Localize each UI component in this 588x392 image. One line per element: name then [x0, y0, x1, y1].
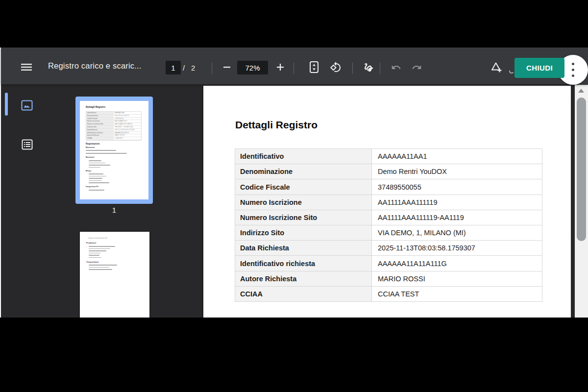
row-value: AA1111AAA111119-AA1119 — [372, 210, 542, 225]
thumb1-bullet — [89, 173, 103, 174]
pdf-toolbar: Registro carico e scaric... 1 / 2 72% — [1, 48, 588, 84]
minus-icon — [223, 63, 231, 73]
fit-to-page-button[interactable] — [305, 59, 323, 77]
zoom-in-button[interactable] — [271, 59, 289, 77]
thumb1-subsection: Movimenti — [86, 156, 94, 158]
table-row: Indirizzo SitoVIA DEMO, 1, MILANO (MI) — [235, 225, 542, 240]
zoom-level-input[interactable]: 72% — [237, 61, 268, 74]
thumbnail-page-1-preview: Dettagli Registro IdentificativoAAAAAA11… — [80, 101, 148, 199]
redo-icon — [412, 62, 422, 74]
undo-icon — [391, 62, 401, 74]
close-button[interactable]: CHIUDI — [514, 58, 564, 78]
thumbnail-page-2[interactable]: Trasporto transfrontaliero: NO Produttor… — [80, 232, 149, 318]
row-value: MARIO ROSSI — [372, 271, 542, 286]
row-label: Numero Iscrizione Sito — [235, 210, 372, 225]
row-label: Numero Iscrizione — [235, 195, 372, 210]
page-count-total: 2 — [191, 61, 195, 74]
ink-squiggle-icon — [363, 62, 374, 75]
toolbar-divider — [294, 63, 294, 74]
scrollbar-thumb[interactable] — [577, 98, 586, 241]
row-label: Autore Richiesta — [235, 271, 372, 286]
kebab-menu-icon — [572, 63, 574, 65]
fit-page-icon — [309, 61, 319, 75]
table-row: Numero Iscrizione SitoAA1111AAA111119-AA… — [235, 210, 542, 225]
document-title: Registro carico e scaric... — [48, 48, 142, 84]
thumb2-bullet — [89, 253, 100, 254]
row-label: Data Richiesta — [235, 241, 372, 255]
table-row: CCIAACCIAA TEST — [235, 286, 542, 301]
row-label: CCIAA — [235, 287, 372, 301]
thumb1-bullet — [89, 190, 104, 191]
document-outline-icon — [22, 139, 33, 152]
thumb1-section: Registrazioni — [86, 143, 99, 145]
plus-icon — [276, 63, 284, 73]
row-label: Identificativo richiesta — [235, 256, 372, 270]
thumbnail-page-1-number: 1 — [75, 206, 153, 214]
thumb1-subsection: Integrazione Fir — [86, 186, 98, 188]
thumb1-mini-table: IdentificativoAAAAAA11AA1DenominazioneDe… — [86, 111, 142, 141]
row-label: Indirizzo Sito — [235, 225, 372, 240]
row-value: AA1111AAA111119 — [372, 195, 542, 210]
thumb1-textline — [86, 153, 127, 154]
zoom-out-button[interactable] — [218, 59, 236, 77]
table-row: Data Richiesta2025-11-13T08:03:58.175930… — [235, 240, 542, 255]
thumb1-bullet — [89, 182, 109, 183]
thumb1-bullet — [89, 176, 106, 177]
thumb1-bullet — [89, 160, 101, 161]
add-to-drive-button[interactable] — [487, 59, 505, 77]
thumb1-bullet — [89, 165, 110, 166]
thumb2-bullet — [89, 250, 106, 251]
row-label: Denominazione — [235, 164, 372, 179]
add-to-drive-icon — [489, 60, 503, 76]
thumbnails-icon — [21, 100, 33, 113]
pdf-page: Dettagli Registro IdentificativoAAAAAA11… — [202, 86, 571, 318]
table-row: Codice Fiscale37489550055 — [235, 179, 542, 194]
thumb1-textline — [86, 150, 116, 151]
thumb2-section: Trasportatore — [86, 261, 99, 263]
menu-button[interactable] — [18, 59, 35, 77]
row-value: VIA DEMO, 1, MILANO (MI) — [372, 225, 542, 240]
outline-view-button[interactable] — [20, 139, 34, 152]
table-row: IdentificativoAAAAAA11AA1 — [235, 149, 542, 164]
pdf-viewer-window: Dettagli Registro IdentificativoAAAAAA11… — [0, 0, 588, 392]
table-row: Numero IscrizioneAA1111AAA111119 — [235, 195, 542, 210]
thumbnails-view-button[interactable] — [20, 99, 34, 113]
thumbnail-page-1[interactable]: Dettagli Registro IdentificativoAAAAAA11… — [75, 97, 153, 204]
table-row: DenominazioneDemo Rentri YouDOX — [235, 164, 542, 179]
left-edge-highlight — [0, 48, 1, 318]
thumb2-bullet — [89, 248, 110, 249]
row-label: Identificativo — [235, 149, 372, 164]
details-table: IdentificativoAAAAAA11AA1 DenominazioneD… — [235, 148, 542, 302]
page-number-input[interactable]: 1 — [166, 61, 181, 74]
thumb1-bullet — [89, 178, 102, 179]
row-value: AAAAAA11AA1 — [372, 149, 542, 164]
thumb2-bullet — [89, 269, 112, 270]
rotate-counterclockwise-button[interactable] — [327, 59, 344, 77]
thumb1-mini-row: CCIAACCIAA TEST — [86, 137, 141, 140]
toolbar-divider — [352, 63, 353, 74]
pdf-viewer: Dettagli Registro IdentificativoAAAAAA11… — [0, 48, 588, 318]
sidebar-active-indicator — [5, 93, 8, 116]
thumb1-bullet — [89, 167, 100, 168]
toolbar-divider — [380, 63, 380, 74]
toolbar-divider — [212, 63, 212, 74]
thumb2-bullet — [89, 246, 115, 247]
thumb2-bullet — [89, 267, 109, 268]
thumb1-bullet — [89, 163, 105, 164]
redo-button[interactable] — [408, 59, 425, 77]
row-value: 2025-11-13T08:03:58.1759307 — [372, 241, 542, 255]
vertical-scrollbar[interactable] — [575, 85, 588, 318]
page-count-separator: / — [183, 61, 185, 74]
thumb2-bullet — [89, 257, 101, 258]
thumb2-textline: Trasporto transfrontaliero: NO — [88, 237, 107, 239]
thumb2-section: Produttore — [86, 242, 96, 244]
scrollbar-up-arrow[interactable] — [578, 89, 584, 93]
thumb2-bullet — [89, 265, 117, 266]
annotate-button[interactable] — [360, 59, 377, 77]
thumb1-heading: Dettagli Registro — [86, 105, 105, 108]
table-row: Identificativo richiestaAAAAAA11A11A111G — [235, 255, 542, 270]
thumb1-subsection: Rifiuto — [86, 170, 91, 172]
undo-button[interactable] — [387, 59, 405, 77]
letterbox-top — [0, 0, 588, 48]
thumb2-bullet — [89, 255, 99, 256]
